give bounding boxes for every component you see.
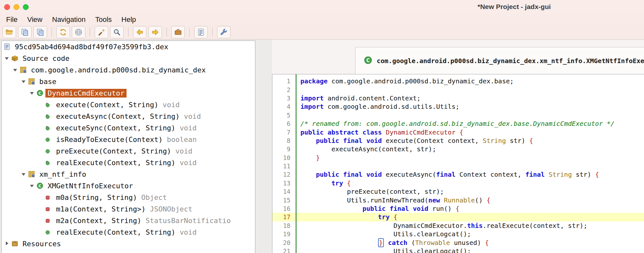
chevron-down-icon[interactable] [29, 87, 36, 99]
window-controls [0, 4, 29, 10]
code-line[interactable]: 2 [272, 85, 644, 94]
svg-text:C: C [38, 91, 42, 96]
tree-item[interactable]: m0a(String, String)Object [2, 192, 255, 203]
toolbar-divider [90, 28, 90, 37]
tree-item[interactable]: execute(Context, String)void [2, 99, 255, 110]
zoom-button[interactable] [23, 4, 29, 10]
code-line[interactable]: 5 [272, 111, 644, 119]
forward-button[interactable] [148, 26, 162, 38]
bag-icon [174, 28, 182, 36]
minimize-button[interactable] [14, 4, 19, 10]
code-token: public abstract class [300, 128, 382, 136]
code-line[interactable]: 15 Utils.runInNewThread(new Runnable() { [272, 196, 644, 204]
code-token: new [428, 196, 440, 204]
tree-item[interactable]: CXMGetNtfInfoExecutor [2, 180, 255, 192]
code-token: try [331, 179, 343, 187]
tree-item[interactable]: 010Resources [2, 238, 255, 249]
code-token: com.google.android.sd.utils.Utils; [324, 103, 459, 110]
line-number: 19 [272, 230, 295, 238]
menu-navigation[interactable]: Navigation [47, 15, 90, 24]
code-line[interactable]: 9 executeAsync(context, str); [272, 145, 644, 153]
class-icon: C [364, 56, 372, 66]
reload-button[interactable] [56, 26, 70, 38]
tree-item[interactable]: Source code [2, 52, 255, 64]
tree-item[interactable]: m1a(Context, String>)JSONObject [2, 203, 255, 215]
code-token: executeAsync(context, str); [300, 145, 436, 153]
tree-item[interactable]: com.google.android.p000sd.biz_dynamic_de… [2, 64, 255, 76]
back-button[interactable] [133, 26, 147, 38]
log-viewer-button[interactable] [194, 26, 208, 38]
tree-item[interactable]: m2a(Context, String)StatusBarNotificatio [2, 215, 255, 226]
reload-icon [59, 28, 67, 36]
tree-item[interactable]: preExecute(Context, String)void [2, 145, 255, 157]
menu-tools[interactable]: Tools [90, 15, 117, 24]
line-number: 17 [272, 213, 295, 220]
tree-item-type: void [175, 147, 193, 155]
save-all-button[interactable] [33, 26, 47, 38]
menu-bar: FileViewNavigationToolsHelp [0, 14, 644, 25]
close-button[interactable] [4, 4, 10, 10]
menu-file[interactable]: File [1, 15, 22, 24]
chevron-down-icon[interactable] [20, 168, 28, 180]
tree-item-label: execute(Context, String) [54, 100, 161, 109]
chevron-down-icon[interactable] [4, 52, 11, 64]
code-text: try { [295, 179, 351, 187]
code-line[interactable]: 18 DynamicCmdExecutor.this.realExecute(c… [272, 221, 644, 230]
tree-item[interactable]: executeAsync(Context, String)void [2, 110, 255, 122]
class-icon: C [36, 89, 45, 97]
code-line[interactable]: 20 } catch (Throwable unused) { [272, 238, 644, 247]
tree-item-label: preExecute(Context, String) [54, 147, 174, 155]
preferences-button[interactable] [217, 26, 231, 38]
save-project-button[interactable] [18, 26, 32, 38]
file-tree: 95cd95ab4d694ad8bdf49f07e3599fb3.dexSour… [2, 41, 255, 249]
code-line[interactable]: 7public abstract class DynamicCmdExecuto… [272, 128, 644, 136]
tree-item[interactable]: executeSync(Context, String)void [2, 122, 255, 134]
code-token: () [475, 196, 487, 204]
chevron-down-icon[interactable] [20, 76, 28, 87]
code-token [456, 128, 459, 136]
chevron-down-icon[interactable] [29, 180, 36, 192]
menu-help[interactable]: Help [117, 15, 141, 24]
open-file-button[interactable] [3, 26, 16, 38]
editor-tab[interactable]: C com.google.android.p000sd.biz_dynamic_… [355, 47, 644, 74]
decompile-all-button[interactable] [72, 26, 85, 38]
code-line[interactable]: 19 Utils.clearLogcat(); [272, 230, 644, 238]
line-number: 10 [272, 154, 295, 161]
copy-icon [21, 28, 29, 36]
code-token [300, 205, 363, 212]
code-line[interactable]: 8 public final void execute(Context cont… [272, 136, 644, 145]
code-line[interactable]: 14 preExecute(context, str); [272, 187, 644, 196]
tree-item-label: executeAsync(Context, String) [54, 112, 182, 121]
code-line[interactable]: 16 public final void run() { [272, 204, 644, 213]
tree-item[interactable]: base [2, 76, 255, 87]
code-line[interactable]: 10 } [272, 154, 644, 162]
code-line[interactable]: 4import com.google.android.sd.utils.Util… [272, 102, 644, 111]
code-line[interactable]: 12 public final void executeAsync(final … [272, 170, 644, 179]
menu-view[interactable]: View [22, 15, 47, 24]
chevron-down-icon[interactable] [12, 64, 20, 76]
line-number: 21 [272, 248, 295, 253]
tree-item-type: boolean [167, 136, 197, 144]
code-line[interactable]: 11 [272, 162, 644, 170]
code-line[interactable]: 17 try { [272, 213, 644, 221]
search-button[interactable] [110, 26, 124, 38]
code-line[interactable]: 13 try { [272, 179, 644, 187]
code-token: Context context, [456, 171, 526, 178]
chevron-right-icon[interactable] [4, 238, 11, 249]
open-project-button[interactable] [171, 26, 185, 38]
tree-item-type: void [184, 112, 201, 120]
tree-item[interactable]: 95cd95ab4d694ad8bdf49f07e3599fb3.dex [2, 41, 255, 52]
tree-item[interactable]: xm_ntf_info [2, 168, 255, 180]
tree-item[interactable]: CDynamicCmdExecutor [2, 87, 255, 99]
tree-item[interactable]: realExecute(Context, String)void [2, 226, 255, 238]
code-line[interactable]: 21 Utils.clearLogcat(); [272, 247, 644, 253]
code-text: } catch (Throwable unused) { [295, 239, 489, 247]
code-line[interactable]: 3import android.content.Context; [272, 94, 644, 102]
code-token [343, 179, 347, 187]
code-line[interactable]: 1package com.google.android.p000sd.biz_d… [272, 77, 644, 85]
deobfuscation-button[interactable] [95, 26, 108, 38]
tree-item[interactable]: isReadyToExecute(Context)boolean [2, 134, 255, 145]
code-line[interactable]: 6/* renamed from: com.google.android.sd.… [272, 119, 644, 128]
code-token: String [549, 171, 572, 178]
tree-item[interactable]: realExecute(Context, String)void [2, 157, 255, 168]
